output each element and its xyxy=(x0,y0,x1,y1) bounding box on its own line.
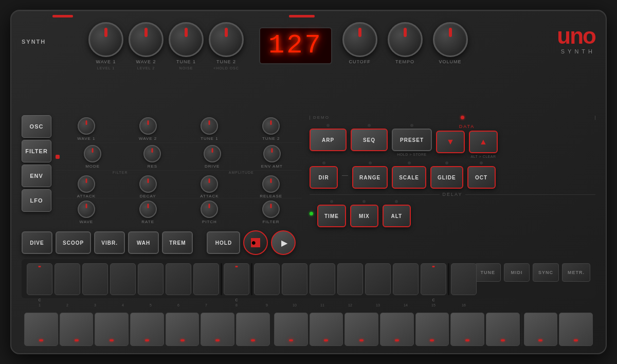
range-button[interactable]: RANGE xyxy=(352,166,388,189)
knob-wave2[interactable] xyxy=(129,22,164,57)
knob-envamt[interactable] xyxy=(263,145,281,162)
cutoff-label: CUTOFF xyxy=(349,59,370,64)
step-15[interactable]: C 15 xyxy=(421,263,446,295)
step-5[interactable]: 5 xyxy=(138,263,164,295)
up-arrow-icon: ▲ xyxy=(479,137,487,147)
knob-tempo[interactable] xyxy=(388,22,423,57)
knob-lfo-pitch[interactable] xyxy=(201,201,218,218)
step-16[interactable]: 16 xyxy=(451,263,477,295)
osc-button[interactable]: OSC xyxy=(22,115,51,138)
step-11[interactable]: 11 xyxy=(310,263,335,295)
play-led xyxy=(310,212,313,215)
wave2-label-bot: LEVEL 2 xyxy=(137,66,155,70)
knob-cutoff[interactable] xyxy=(342,22,377,57)
knob-decay[interactable] xyxy=(139,175,157,193)
mix-button[interactable]: MIX xyxy=(350,205,378,227)
arp-button[interactable]: ARP xyxy=(310,129,347,151)
key-3[interactable] xyxy=(95,313,129,346)
step1-num: 1 xyxy=(39,303,41,307)
lbl-amplitude-section: AMPLITUDE xyxy=(190,171,293,174)
knob-wave1-sm[interactable] xyxy=(78,117,95,135)
step-2[interactable]: 2 xyxy=(55,263,80,295)
step-3[interactable]: 3 xyxy=(82,263,108,295)
key-1[interactable] xyxy=(24,313,58,346)
scale-button[interactable]: SCALE xyxy=(392,166,426,189)
key-16[interactable] xyxy=(559,313,593,346)
knob-tune1[interactable] xyxy=(169,22,204,57)
data-down-button[interactable]: ▼ xyxy=(436,131,465,153)
key-13[interactable] xyxy=(450,313,484,346)
key-4[interactable] xyxy=(130,313,164,346)
lfo-button[interactable]: LFO xyxy=(22,189,51,212)
knob-filter-attack[interactable] xyxy=(78,175,95,193)
knob-amp-attack[interactable] xyxy=(201,175,218,193)
knob-wave2-sm[interactable] xyxy=(139,117,157,135)
step-14[interactable]: 14 xyxy=(393,263,419,295)
seq-button[interactable]: SEQ xyxy=(351,129,388,151)
dir-button[interactable]: DIR xyxy=(310,166,338,189)
knob-mode[interactable] xyxy=(84,145,101,162)
data-up-button[interactable]: ▲ xyxy=(469,131,498,153)
step-7[interactable]: 7 xyxy=(193,263,219,295)
record-button[interactable]: ● xyxy=(243,230,268,255)
sync-button[interactable]: SYNC xyxy=(533,263,559,282)
pad-divider-1 xyxy=(221,263,222,295)
env-button[interactable]: ENV xyxy=(22,165,51,187)
dive-button[interactable]: DIVE xyxy=(22,231,52,254)
key-8[interactable] xyxy=(274,313,308,346)
step-12[interactable]: 12 xyxy=(337,263,363,295)
trem-button[interactable]: TREM xyxy=(162,231,193,254)
knob-tune2-sm[interactable] xyxy=(262,117,280,135)
scoop-button[interactable]: SCOOP xyxy=(56,231,91,254)
preset-button[interactable]: PRESET xyxy=(392,129,432,151)
play-button[interactable]: ▶ xyxy=(271,230,296,255)
knob-drive[interactable] xyxy=(204,145,221,162)
midi-button[interactable]: MIDI xyxy=(504,263,530,282)
metr-button[interactable]: METR. xyxy=(562,263,590,282)
knob-volume[interactable] xyxy=(433,22,468,57)
key-15[interactable] xyxy=(524,313,558,346)
time-button[interactable]: TIME xyxy=(317,205,346,227)
knob-tune2-container: TUNE 2 <HOLD OSC xyxy=(209,22,244,70)
oct-button[interactable]: OCT xyxy=(467,166,496,189)
key-7[interactable] xyxy=(236,313,270,346)
step-13[interactable]: 13 xyxy=(365,263,391,295)
step-1[interactable]: C 1 xyxy=(27,263,52,295)
glide-led xyxy=(445,161,448,165)
bottom-btn-row: DIVE SCOOP VIBR. WAH TREM HOLD ● ▶ xyxy=(22,230,302,255)
key-10[interactable] xyxy=(344,313,378,346)
key-5[interactable] xyxy=(166,313,199,346)
step-8[interactable]: C 8 xyxy=(224,263,249,295)
step-9[interactable]: 9 xyxy=(254,263,280,295)
knob-wave1[interactable] xyxy=(88,22,123,57)
alt-button[interactable]: ALT xyxy=(383,205,411,227)
filter-button[interactable]: FILTER xyxy=(22,140,51,162)
section-buttons: OSC FILTER ENV LFO xyxy=(22,115,51,226)
step-6[interactable]: 6 xyxy=(166,263,191,295)
knob-tune2[interactable] xyxy=(209,22,244,57)
knob-tune1-sm[interactable] xyxy=(201,117,218,135)
key-2[interactable] xyxy=(60,313,94,346)
hold-button[interactable]: HOLD xyxy=(207,231,240,254)
tune-button[interactable]: TUNE xyxy=(475,263,501,282)
knob-release[interactable] xyxy=(262,175,280,193)
knob-res[interactable] xyxy=(143,145,161,162)
knob-volume-container: VOLUME xyxy=(433,22,468,64)
knob-lfo-wave[interactable] xyxy=(78,201,95,218)
key-11[interactable] xyxy=(380,313,414,346)
step-10[interactable]: 10 xyxy=(282,263,307,295)
key-9[interactable] xyxy=(310,313,343,346)
knob-lfo-filter[interactable] xyxy=(262,201,280,218)
vibr-button[interactable]: VIBR. xyxy=(94,231,125,254)
step-4[interactable]: 4 xyxy=(110,263,136,295)
lbl-res: RES xyxy=(148,164,157,169)
key-14[interactable] xyxy=(486,313,520,346)
key-12[interactable] xyxy=(415,313,449,346)
glide-button[interactable]: GLIDE xyxy=(430,166,463,189)
wah-button[interactable]: WAH xyxy=(128,231,159,254)
key-6[interactable] xyxy=(201,313,234,346)
range-led xyxy=(369,161,372,165)
arp-led xyxy=(326,124,330,127)
knob-lfo-rate[interactable] xyxy=(139,201,157,218)
step8-num: 8 xyxy=(235,303,238,307)
